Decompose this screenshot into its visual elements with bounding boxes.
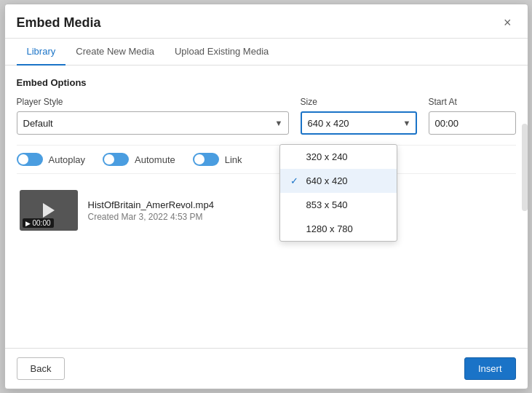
options-row: Player Style Default ▼ Size 640 x 420 ▼ xyxy=(17,97,516,135)
size-dropdown: 320 x 240 ✓ 640 x 420 853 x 540 1280 x 7… xyxy=(279,144,397,242)
media-item[interactable]: ▶ 00:00 HistOfBritain_AmerRevol.mp4 Crea… xyxy=(17,184,516,237)
size-option-640x420[interactable]: ✓ 640 x 420 xyxy=(280,169,397,193)
start-at-group: Start At xyxy=(429,97,516,135)
media-thumbnail: ▶ 00:00 xyxy=(20,190,78,231)
modal-title: Embed Media xyxy=(17,15,101,31)
size-option-label-640: 640 x 420 xyxy=(306,175,348,186)
player-style-label: Player Style xyxy=(17,97,289,107)
tab-upload-existing-media[interactable]: Upload Existing Media xyxy=(164,39,279,66)
media-duration: 00:00 xyxy=(33,219,51,227)
media-duration-badge: ▶ 00:00 xyxy=(23,218,54,228)
tab-library[interactable]: Library xyxy=(17,39,66,66)
size-option-853x540[interactable]: 853 x 540 xyxy=(280,193,397,217)
autoplay-toggle-item: Autoplay xyxy=(17,153,86,166)
media-list: ▶ 00:00 HistOfBritain_AmerRevol.mp4 Crea… xyxy=(17,184,516,237)
link-toggle-item: Link xyxy=(193,153,242,166)
check-icon-640: ✓ xyxy=(290,175,301,186)
video-icon: ▶ xyxy=(25,220,31,227)
play-icon xyxy=(43,203,55,218)
size-label: Size xyxy=(301,97,417,107)
embed-media-modal: Embed Media × Library Create New Media U… xyxy=(4,4,528,389)
start-at-label: Start At xyxy=(429,97,516,107)
link-toggle[interactable] xyxy=(193,153,219,166)
size-option-label-320: 320 x 240 xyxy=(306,151,348,162)
modal-footer: Back Insert xyxy=(5,348,528,389)
check-icon-320 xyxy=(290,151,301,162)
back-button[interactable]: Back xyxy=(17,357,65,380)
modal-header: Embed Media × xyxy=(5,4,528,39)
automute-toggle[interactable] xyxy=(103,153,129,166)
size-group: Size 640 x 420 ▼ xyxy=(301,97,417,135)
player-style-group: Player Style Default ▼ xyxy=(17,97,289,135)
size-select[interactable]: 640 x 420 xyxy=(301,111,417,135)
size-option-1280x780[interactable]: 1280 x 780 xyxy=(280,217,397,241)
autoplay-toggle[interactable] xyxy=(17,153,43,166)
player-style-select-wrapper: Default ▼ xyxy=(17,111,289,135)
check-icon-853 xyxy=(290,199,301,210)
size-select-wrapper: 640 x 420 ▼ xyxy=(301,111,417,135)
size-option-label-853: 853 x 540 xyxy=(306,199,348,210)
automute-label: Automute xyxy=(135,154,175,165)
link-label: Link xyxy=(225,154,242,165)
start-at-input[interactable] xyxy=(429,111,516,135)
section-title: Embed Options xyxy=(17,77,516,88)
automute-toggle-item: Automute xyxy=(103,153,175,166)
modal-body: Embed Options Player Style Default ▼ Siz… xyxy=(5,66,528,348)
insert-button[interactable]: Insert xyxy=(464,357,516,380)
size-option-label-1280: 1280 x 780 xyxy=(306,223,353,234)
tab-bar: Library Create New Media Upload Existing… xyxy=(5,39,528,66)
tab-create-new-media[interactable]: Create New Media xyxy=(65,39,164,66)
autoplay-label: Autoplay xyxy=(49,154,86,165)
player-style-select[interactable]: Default xyxy=(17,111,289,135)
close-button[interactable]: × xyxy=(499,15,516,31)
toggles-row: Autoplay Automute Link xyxy=(17,145,516,174)
size-option-320x240[interactable]: 320 x 240 xyxy=(280,145,397,169)
scrollbar[interactable] xyxy=(522,124,528,211)
check-icon-1280 xyxy=(290,223,301,234)
